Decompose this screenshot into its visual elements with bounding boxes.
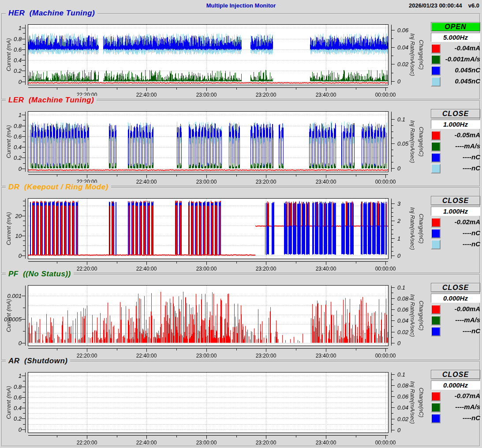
legend-row-charge-avg: 0.045nC xyxy=(431,76,480,87)
legend-row-charge: 0.045nC xyxy=(431,65,480,76)
status-button[interactable]: OPEN xyxy=(431,22,480,31)
freq-field[interactable]: 1.000Hz xyxy=(431,207,480,216)
status-button[interactable]: CLOSE xyxy=(431,196,480,205)
legend-swatch-charge xyxy=(431,153,441,162)
panel-dr: DR (Keepout / Ring Mode) CLOSE 1.000Hz -… xyxy=(1,187,480,274)
time-tick-label: 22:40:00 xyxy=(136,179,157,185)
panel-title: AR (Shutdown) xyxy=(6,357,70,365)
panel-title: PF ((No Status)) xyxy=(6,270,74,279)
legend-value-charge: ----nC xyxy=(463,327,480,335)
freq-field[interactable]: 0.000Hz xyxy=(431,380,480,390)
time-tick-label: 23:20:00 xyxy=(256,353,276,359)
time-tick-label: 00:00:00 xyxy=(375,92,396,98)
right-tick-label: 2 xyxy=(397,218,400,224)
panel-title: LER (Machine Tuning) xyxy=(6,96,97,105)
legend-row-current: -0.05mA xyxy=(431,130,480,141)
legend-value-current: -0.02mA xyxy=(455,218,480,226)
legend-value-inj-rate: ----mA/s xyxy=(455,316,480,324)
right-tick-label: 0.1 xyxy=(397,371,405,378)
left-tick-label: 0.2 xyxy=(14,415,22,422)
panel-pf: PF ((No Status)) CLOSE 0.000Hz -0.00mA--… xyxy=(1,274,480,361)
freq-field[interactable]: 1.000Hz xyxy=(431,120,480,129)
right-tick-label: 0 xyxy=(397,165,400,172)
time-tick-label: 22:40:00 xyxy=(136,92,157,98)
timestamp: 2026/01/23 00:00:44 xyxy=(409,2,462,9)
right-axis-title-inj-rate: Inj Rate(mA/sec) xyxy=(409,207,416,250)
panel-her: HER (Machine Tuning) OPEN 5.000Hz -0.04m… xyxy=(1,13,480,100)
right-tick-label: 0.04 xyxy=(397,404,408,411)
left-tick-label: 0 xyxy=(19,79,22,85)
time-tick-label: 23:20:00 xyxy=(256,440,276,446)
status-button[interactable]: CLOSE xyxy=(431,283,480,292)
time-tick-label: 23:00:00 xyxy=(196,266,217,272)
legend-row-charge: ----nC xyxy=(431,326,480,337)
left-tick-label: 20 xyxy=(15,213,22,219)
left-tick-label: 0.4 xyxy=(14,405,22,411)
legend-row-charge: ----nC xyxy=(431,152,480,163)
panel-ler: LER (Machine Tuning) CLOSE 1.000Hz -0.05… xyxy=(1,100,480,187)
legend-row-current: -0.04mA xyxy=(431,43,480,54)
legend-value-inj-rate: -0.001mA/s xyxy=(445,55,480,63)
time-tick-label: 23:40:00 xyxy=(316,92,336,98)
legend-swatch-charge xyxy=(431,66,441,75)
left-tick-label: 0 xyxy=(19,340,22,346)
time-tick-label: 22:20:00 xyxy=(77,353,97,359)
left-axis-title: Current (mA) xyxy=(5,125,12,158)
time-tick-label: 23:20:00 xyxy=(256,266,276,272)
legend-value-charge-avg: 0.045nC xyxy=(455,77,480,85)
right-tick-label: 0.04 xyxy=(397,317,408,324)
left-tick-label: 0.2 xyxy=(14,154,22,161)
right-tick-label: 0 xyxy=(397,427,400,433)
left-tick-label: 0 xyxy=(19,426,22,433)
right-tick-label: 0.08 xyxy=(397,382,408,389)
panel-title: DR (Keepout / Ring Mode) xyxy=(6,183,111,192)
left-tick-label: 0.6 xyxy=(14,394,22,401)
panel-ar: AR (Shutdown) CLOSE 0.000Hz -0.07mA----m… xyxy=(1,361,480,447)
right-axis-title-charge: Charge(nC) xyxy=(418,301,425,331)
right-tick-label: 0.08 xyxy=(397,295,408,302)
legend-row-charge-avg: ----nC xyxy=(431,163,480,174)
left-tick-label: 0.6 xyxy=(14,133,22,140)
left-tick-label: 0.4 xyxy=(14,144,22,151)
legend-value-current: -0.07mA xyxy=(455,392,480,399)
legend-swatch-current xyxy=(431,218,441,227)
legend-value-inj-rate: ----mA/s xyxy=(455,142,480,150)
right-tick-label: 0 xyxy=(397,78,400,85)
legend-swatch-current xyxy=(431,44,441,53)
left-axis-title: Current (mA) xyxy=(5,212,12,245)
time-tick-label: 22:20:00 xyxy=(77,440,97,446)
version-label: v6.0 xyxy=(468,2,479,9)
legend-row-inj-rate: ----mA/s xyxy=(431,315,480,326)
legend-row-current: -0.00mA xyxy=(431,304,480,315)
status-button[interactable]: CLOSE xyxy=(431,109,480,118)
time-tick-label: 23:40:00 xyxy=(316,266,336,272)
status-button[interactable]: CLOSE xyxy=(431,370,480,379)
left-tick-label: 0.2 xyxy=(14,68,22,74)
right-tick-label: 0.06 xyxy=(397,306,408,313)
time-tick-label: 23:40:00 xyxy=(316,353,336,359)
left-tick-label: 1 xyxy=(19,25,22,31)
legend-swatch-inj-rate xyxy=(431,316,441,325)
time-tick-label: 22:40:00 xyxy=(136,353,157,359)
legend-value-charge-avg: ----nC xyxy=(463,164,480,172)
header-clock: 2026/01/23 00:00:44v6.0 xyxy=(409,2,479,9)
left-tick-label: 1 xyxy=(19,373,22,379)
time-tick-label: 23:00:00 xyxy=(196,179,217,185)
left-axis-title: Current (mA) xyxy=(5,386,12,419)
legend-swatch-current xyxy=(431,305,441,314)
legend-value-charge: ----nC xyxy=(463,153,480,161)
legend-row-charge: ----nC xyxy=(431,413,480,424)
time-tick-label: 00:00:00 xyxy=(375,266,396,272)
injection-monitor-window: Multiple Injection Monitor 2026/01/23 00… xyxy=(0,0,482,448)
left-tick-label: 10 xyxy=(15,233,22,239)
freq-field[interactable]: 0.000Hz xyxy=(431,294,480,303)
panel-title: HER (Machine Tuning) xyxy=(6,9,97,18)
left-tick-label: 0.8 xyxy=(14,36,22,42)
right-tick-label: 1 xyxy=(397,235,400,242)
time-tick-label: 22:20:00 xyxy=(77,266,97,272)
legend-row-inj-rate: ----mA/s xyxy=(431,141,480,152)
right-tick-label: 0.02 xyxy=(397,416,408,422)
legend-row-inj-rate: ----mA/s xyxy=(431,402,480,413)
freq-field[interactable]: 5.000Hz xyxy=(431,33,480,42)
right-tick-label: 0 xyxy=(397,340,400,346)
